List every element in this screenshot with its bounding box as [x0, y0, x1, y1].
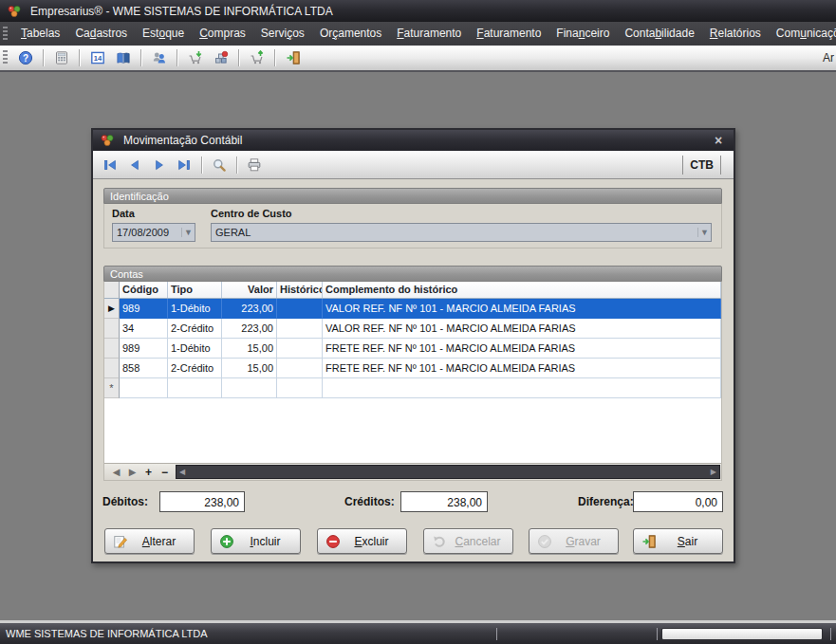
- scroll-left-icon[interactable]: ◀: [179, 469, 185, 476]
- separator: [682, 156, 683, 175]
- button-label: Sair: [657, 535, 718, 548]
- table-row[interactable]: 8582-Crédito15,00FRETE REF. NF Nº 101 - …: [104, 359, 721, 378]
- cell-complemento: FRETE REF. NF Nº 101 - MARCIO ALMEIDA FA…: [323, 339, 721, 359]
- chevron-down-icon[interactable]: ▼: [697, 228, 711, 237]
- calendar-icon[interactable]: 14: [85, 47, 109, 69]
- exit-door-icon[interactable]: [281, 47, 305, 69]
- table-row[interactable]: 342-Crédito223,00VALOR REF. NF Nº 101 - …: [104, 319, 721, 339]
- cell-complemento: VALOR REF. NF Nº 101 - MARCIO ALMEIDA FA…: [323, 299, 721, 319]
- column-header-historico[interactable]: Histórico: [277, 282, 323, 298]
- menu-item-contabilidade[interactable]: Contabilidade: [617, 22, 701, 46]
- application-window: Empresarius® - WME SISTEMAS DE INFORMÁTI…: [0, 0, 836, 644]
- cart-in-icon[interactable]: [183, 47, 207, 69]
- scroll-right-icon[interactable]: ▶: [711, 469, 716, 476]
- nav-prev-icon[interactable]: [123, 154, 146, 176]
- data-field[interactable]: 17/08/2009 ▼: [112, 223, 195, 242]
- stock-icon: [214, 50, 229, 65]
- help-icon[interactable]: ?: [13, 47, 37, 69]
- statusbar-separator: [496, 628, 497, 640]
- current-row-indicator-icon: ▶: [104, 299, 120, 319]
- toolbar-separator: [238, 49, 239, 66]
- nav-next-icon[interactable]: [148, 154, 171, 176]
- menu-item-compras[interactable]: Compras: [192, 22, 253, 46]
- menu-item-servicos[interactable]: Serviços: [253, 22, 312, 46]
- menu-item-comunicacoes[interactable]: Comunicações: [769, 22, 836, 46]
- cell-empty: [222, 378, 277, 398]
- calculator-icon[interactable]: [49, 47, 73, 69]
- menu-item-financeiro[interactable]: Financeiro: [548, 22, 617, 46]
- table-row[interactable]: ▶9891-Débito223,00VALOR REF. NF Nº 101 -…: [104, 299, 721, 319]
- cell-empty: [323, 378, 721, 398]
- help-icon: ?: [18, 50, 33, 65]
- column-header-valor[interactable]: Valor: [222, 282, 277, 298]
- svg-text:?: ?: [22, 53, 28, 64]
- toolbar-separator: [236, 156, 237, 174]
- toolbar-separator: [140, 49, 141, 66]
- menu-item-faturamento[interactable]: Faturamento: [389, 22, 469, 46]
- grid-navigator: ◀ ▶ + − ◀ ▶: [104, 463, 721, 480]
- debitos-label: Débitos:: [102, 495, 148, 508]
- creditos-label: Créditos:: [344, 495, 395, 508]
- book-icon[interactable]: [111, 47, 135, 69]
- button-label: Incluir: [234, 535, 296, 548]
- table-row[interactable]: 9891-Débito15,00FRETE REF. NF Nº 101 - M…: [104, 339, 721, 359]
- cell-historico: [277, 359, 323, 378]
- search-icon[interactable]: [208, 154, 231, 176]
- dialog-body: Identificação Data 17/08/2009 ▼ Centro d…: [93, 179, 734, 561]
- excluir-button[interactable]: Excluir: [317, 528, 407, 554]
- toolbar-items: ?14: [13, 47, 305, 69]
- row-indicator-cell: [104, 359, 120, 378]
- centro-de-custo-select[interactable]: GERAL ▼: [211, 223, 712, 242]
- add-icon: [219, 534, 234, 549]
- dialog-toolbar: CTB: [93, 151, 734, 179]
- cart-out-icon[interactable]: [245, 47, 269, 69]
- statusbar-separator: [657, 628, 658, 640]
- menu-item-faturamento-2[interactable]: Faturamento: [469, 22, 548, 46]
- window-title: Empresarius® - WME SISTEMAS DE INFORMÁTI…: [30, 5, 333, 18]
- nav-last-icon[interactable]: [173, 154, 195, 176]
- menu-item-tabelas[interactable]: Tabelas: [13, 22, 67, 46]
- cell-valor: 15,00: [222, 359, 277, 378]
- sair-button[interactable]: Sair: [633, 528, 723, 554]
- check-icon: [537, 534, 552, 549]
- column-header-tipo[interactable]: Tipo: [168, 282, 222, 298]
- undo-icon: [432, 534, 447, 549]
- menu-item-estoque[interactable]: Estoque: [135, 22, 192, 46]
- toolbar-separator: [176, 49, 177, 66]
- column-header-codigo[interactable]: Código: [120, 282, 168, 298]
- cell-empty: [120, 378, 168, 398]
- cell-complemento: VALOR REF. NF Nº 101 - MARCIO ALMEIDA FA…: [323, 319, 721, 339]
- users-icon[interactable]: [147, 47, 171, 69]
- chevron-down-icon[interactable]: ▼: [181, 228, 195, 237]
- cell-historico: [277, 339, 323, 359]
- grid-header-row: CódigoTipoValorHistóricoComplemento do h…: [104, 282, 721, 299]
- menu-item-relatorios[interactable]: Relatórios: [702, 22, 769, 46]
- column-header-complemento-do-historico[interactable]: Complemento do histórico: [323, 282, 721, 298]
- stock-icon[interactable]: [209, 47, 232, 69]
- new-record-row[interactable]: *: [104, 378, 721, 398]
- nav-delete-icon[interactable]: −: [157, 466, 173, 479]
- menu-item-orcamentos[interactable]: Orçamentos: [312, 22, 389, 46]
- cell-empty: [168, 378, 222, 398]
- print-icon[interactable]: [243, 154, 266, 176]
- nav-next-record-icon[interactable]: ▶: [124, 466, 140, 479]
- cell-valor: 223,00: [222, 319, 277, 339]
- menubar-grip: [3, 27, 8, 42]
- nav-prev-record-icon[interactable]: ◀: [108, 466, 124, 479]
- alterar-button[interactable]: Alterar: [104, 528, 195, 554]
- users-icon: [152, 50, 167, 65]
- close-icon[interactable]: ×: [710, 132, 727, 149]
- incluir-button[interactable]: Incluir: [211, 528, 301, 554]
- menu-item-cadastros[interactable]: Cadastros: [67, 22, 135, 46]
- nav-first-icon[interactable]: [99, 154, 121, 176]
- horizontal-scrollbar[interactable]: ◀ ▶: [176, 465, 720, 479]
- nav-last-icon: [176, 157, 192, 173]
- nav-insert-icon[interactable]: +: [140, 466, 157, 479]
- cell-empty: [277, 378, 323, 398]
- toolbar-right-text: Ar: [823, 51, 834, 64]
- dialog-titlebar[interactable]: Movimentação Contábil ×: [93, 130, 734, 151]
- nav-prev-icon: [127, 157, 142, 173]
- button-label: Cancelar: [447, 535, 509, 548]
- toolbar-grip: [3, 50, 8, 65]
- nav-next-icon: [152, 157, 167, 173]
